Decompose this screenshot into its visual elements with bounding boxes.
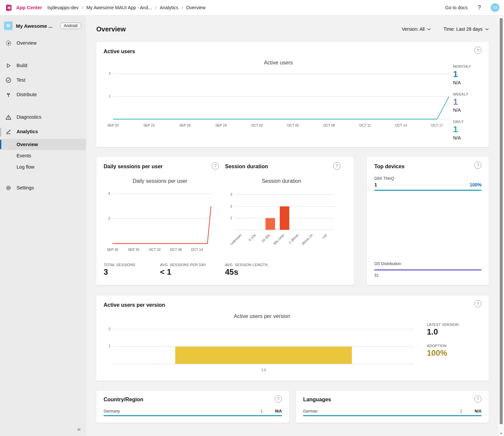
country-count: 1: [260, 409, 263, 414]
svg-text:SEP 20: SEP 20: [107, 124, 119, 127]
page-scrollbar[interactable]: ▾: [498, 16, 504, 436]
app-selector[interactable]: M My Awesome ... Android: [0, 20, 86, 32]
language-name: German: [303, 409, 317, 414]
svg-text:4: 4: [108, 192, 110, 195]
versions-chart[interactable]: 121.0: [104, 321, 420, 374]
stat-value: 1.0: [427, 328, 481, 336]
help-icon[interactable]: ?: [333, 162, 341, 170]
stat-weekly: WEEKLY 1 N/A: [453, 92, 481, 113]
user-avatar[interactable]: TJ: [491, 3, 499, 12]
version-filter-dropdown[interactable]: Version: All: [402, 26, 431, 32]
breadcrumb-separator: /: [182, 5, 183, 10]
breadcrumb-overview[interactable]: Overview: [186, 5, 205, 10]
sidebar-scrollbar-thumb[interactable]: [0, 128, 1, 137]
svg-text:SEP 26: SEP 26: [128, 248, 139, 252]
versions-card: Active users per version ? Active users …: [96, 296, 489, 380]
svg-text:SEP 20: SEP 20: [107, 248, 118, 252]
sidebar-item-overview[interactable]: Overview: [0, 36, 86, 50]
stat-value: 45s: [225, 268, 338, 276]
svg-text:>1h: >1h: [321, 233, 328, 240]
stat-total-sessions: TOTAL SESSIONS 3: [104, 263, 160, 276]
language-bar: [303, 415, 481, 416]
svg-text:30s-1min: 30s-1min: [272, 233, 285, 246]
chart-title: Session duration: [225, 178, 338, 184]
help-icon[interactable]: ?: [474, 162, 481, 169]
card-title: Country/Region: [104, 397, 143, 402]
platform-badge: Android: [60, 22, 81, 29]
sidebar-item-analytics[interactable]: Analytics: [0, 124, 86, 139]
stat-daily: DAILY 1 N/A: [453, 120, 481, 140]
chart-title: Active users: [104, 60, 453, 66]
subnav-item-overview[interactable]: Overview: [0, 139, 86, 150]
sidebar-item-settings[interactable]: Settings: [0, 180, 86, 195]
stat-label: WEEKLY: [453, 92, 481, 96]
subnav-item-log-flow[interactable]: Log flow: [0, 161, 86, 173]
help-icon[interactable]: ?: [275, 395, 282, 403]
country-name: Germany: [104, 409, 120, 414]
active-indicator: [0, 140, 1, 149]
daily-sessions-chart[interactable]: 24SEP 20SEP 26OCT 02OCT 08OCT 14: [104, 185, 216, 254]
help-icon[interactable]: ?: [478, 4, 481, 11]
stat-monthly: MONTHLY 1 N/A: [453, 64, 481, 85]
svg-text:OCT 14: OCT 14: [191, 248, 203, 252]
subnav-item-label: Log flow: [17, 164, 34, 170]
collapse-sidebar-icon[interactable]: «: [77, 425, 81, 433]
help-icon[interactable]: ?: [474, 47, 481, 54]
stat-label: DAILY: [453, 120, 481, 124]
svg-text:3: 3: [230, 193, 232, 196]
sidebar-item-label: Diagnostics: [17, 114, 41, 120]
stat-latest-version: LATEST VERSION 1.0: [427, 323, 481, 336]
breadcrumb-org[interactable]: tsjdevapps-dev: [47, 5, 78, 10]
country-region-card: Country/Region ? Germany 1 N/A: [96, 391, 289, 423]
breadcrumb-analytics[interactable]: Analytics: [160, 5, 178, 10]
sidebar-item-label: Distribute: [17, 92, 37, 97]
os-distribution-label: OS Distribution: [374, 261, 481, 266]
svg-text:2: 2: [230, 204, 232, 208]
subnav-item-events[interactable]: Events: [0, 150, 86, 161]
scroll-down-icon[interactable]: ▾: [498, 432, 504, 435]
sidebar-item-build[interactable]: Build: [0, 58, 86, 73]
version-filter-label: Version: All: [402, 26, 425, 32]
session-duration-section: Session duration ? Session duration 123U…: [225, 164, 346, 279]
chart-title: Daily sessions per user: [104, 178, 216, 184]
help-icon[interactable]: ?: [474, 395, 481, 403]
os-distribution-bar: [374, 269, 481, 271]
stat-label: MONTHLY: [453, 64, 481, 68]
language-sub: N/A: [462, 409, 481, 414]
stat-adoption: ADOPTION 100%: [427, 344, 481, 357]
session-duration-chart[interactable]: 123Unknown0-10s10-30s30s-1min1-30min30mi…: [225, 185, 338, 259]
svg-text:OCT 02: OCT 02: [251, 124, 263, 127]
sessions-card: Daily sessions per user ? Daily sessions…: [96, 157, 354, 285]
card-title: Daily sessions per user: [104, 164, 216, 170]
page-title: Overview: [96, 25, 126, 33]
gauge-icon: [5, 40, 12, 46]
go-to-docs-link[interactable]: Go to docs: [445, 5, 468, 10]
breadcrumb-app[interactable]: My Awesome MAUI App - And...: [86, 5, 152, 10]
daily-sessions-section: Daily sessions per user ? Daily sessions…: [104, 164, 225, 279]
main-content: Overview Version: All Time: Last 28 days…: [86, 16, 504, 436]
chevron-down-icon: [427, 28, 431, 30]
svg-text:2: 2: [109, 327, 111, 331]
stat-sub: N/A: [453, 107, 481, 113]
svg-text:OCT 02: OCT 02: [149, 248, 160, 252]
svg-text:1: 1: [109, 345, 111, 348]
country-bar: [104, 415, 282, 416]
top-bar: App Center tsjdevapps-dev / My Awesome M…: [0, 0, 504, 16]
help-icon[interactable]: ?: [474, 300, 481, 307]
active-users-chart[interactable]: 12SEP 20SEP 23SEP 26SEP 29OCT 02OCT 05OC…: [104, 67, 453, 129]
svg-text:OCT 08: OCT 08: [323, 124, 335, 127]
svg-text:OCT 14: OCT 14: [395, 124, 407, 127]
help-icon[interactable]: ?: [212, 162, 219, 170]
sidebar-item-test[interactable]: Test: [0, 73, 86, 87]
time-filter-dropdown[interactable]: Time: Last 28 days: [443, 26, 489, 32]
card-title: Top devices: [374, 164, 481, 170]
page-scrollbar-thumb[interactable]: [500, 18, 503, 424]
stat-label: AVG. SESSIONS PER DAY: [160, 263, 217, 267]
sidebar-item-distribute[interactable]: Distribute: [0, 87, 86, 102]
sidebar-item-diagnostics[interactable]: Diagnostics: [0, 110, 86, 124]
svg-text:2: 2: [109, 72, 111, 75]
stat-label: TOTAL SESSIONS: [104, 263, 160, 267]
brand-link[interactable]: App Center: [16, 5, 42, 10]
sidebar-item-label: Overview: [17, 40, 36, 46]
build-play-icon: [5, 62, 12, 69]
